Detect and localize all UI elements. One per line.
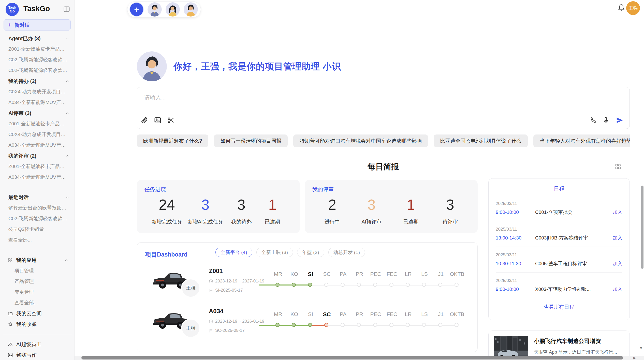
briefing-left-column: 任务进度 24 新增完成任务 3 新增AI完成任务 3 我的待办 <box>137 178 478 360</box>
view-all-apps[interactable]: 查看全部... <box>0 297 74 308</box>
sidebar-item-project-mgmt[interactable]: 项目管理 <box>0 265 74 276</box>
section-agent-done[interactable]: Agent已办 (3) <box>0 33 74 44</box>
new-chat-button[interactable]: + 新对话 <box>4 19 71 31</box>
suggestion-chip[interactable]: 当下年轻人对汽车外观有怎样的喜好趋势 <box>533 134 630 147</box>
milestone-SC: SC <box>319 267 335 297</box>
project-flag: SI-2025-05-17 <box>215 288 243 293</box>
app-title: TaskGo <box>23 5 50 13</box>
image-upload-icon[interactable] <box>154 116 162 124</box>
milestone-LR: LR <box>400 307 416 338</box>
list-item[interactable]: C0X4-动力总成开发项目工程变更评审 <box>0 129 74 140</box>
chevron-up-icon <box>66 111 69 115</box>
join-link[interactable]: 加入 <box>613 260 622 267</box>
sidebar: Task Go TaskGo + 新对话 Agent已办 (3) Z001-全新… <box>0 0 75 360</box>
horizontal-scrollbar-thumb[interactable] <box>81 356 623 359</box>
stat: 1 已逾期 <box>398 197 423 225</box>
schedule-event: C001-立项审批会 <box>535 209 610 216</box>
section-recent-chats[interactable]: 最近对话 <box>0 192 74 203</box>
schedule-event: C005-整车工程目标评审 <box>535 260 610 267</box>
card-title: 任务进度 <box>144 186 292 193</box>
section-ai-review[interactable]: AI评审 (3) <box>0 108 74 118</box>
schedule-date: 2025/03/11 <box>496 252 622 258</box>
suggestion-chip[interactable]: 比亚迪全固态电池计划具体说了什么 <box>434 134 528 147</box>
join-link[interactable]: 加入 <box>613 209 622 216</box>
suggestion-chip[interactable]: 特朗普可能对进口汽车增税会对中国车企造成哪些影响 <box>293 134 428 147</box>
suggestion-chip[interactable]: 如何写一份清晰的项目周报 <box>214 134 288 147</box>
divider <box>3 250 72 250</box>
chevron-up-icon <box>66 79 69 83</box>
attachment-icon[interactable] <box>141 116 148 124</box>
stat-value: 24 <box>152 197 182 212</box>
chevron-up-icon <box>66 196 69 199</box>
section-my-apps[interactable]: 我的应用 <box>0 255 74 265</box>
chevron-up-icon <box>66 154 69 158</box>
schedule-time: 13:00-14:30 <box>496 235 535 241</box>
list-item[interactable]: C0X4-动力总成开发项目SI里程碑提交物检查 <box>0 86 74 97</box>
logo-line2: Go <box>10 9 14 13</box>
list-item[interactable]: C02-飞腾新能源轻客改款项目立项汇报方案 <box>0 65 74 76</box>
tab-new-body[interactable]: 全新上装 (3) <box>256 248 293 257</box>
vertical-scrollbar-thumb[interactable] <box>641 186 643 269</box>
project-row[interactable]: 王强 A034 2023-12-19 ~ 2026-01-19 SC-2025-… <box>137 307 477 347</box>
news-body: 天眼查 App 显示，近日广州汇天飞行汽... <box>534 349 617 355</box>
sidebar-item-change-mgmt[interactable]: 变更管理 <box>0 287 74 297</box>
sidebar-item-favorites[interactable]: 我的收藏 <box>0 319 74 329</box>
sidebar-item-help-write[interactable]: 帮我写作 <box>0 350 74 360</box>
send-icon[interactable] <box>616 116 623 124</box>
my-review-card: 我的评审 2 进行中 3 AI预评审 1 已逾期 <box>305 180 478 233</box>
sidebar-collapse-icon[interactable] <box>63 6 70 13</box>
milestone-PR: PR <box>351 267 368 297</box>
scroll-down-arrow-icon[interactable]: ▼ <box>639 346 643 350</box>
stat-label: 已逾期 <box>398 218 423 225</box>
tab-model-year[interactable]: 年型 (2) <box>297 248 324 257</box>
project-row[interactable]: 王强 Z001 2023-12-19 ~ 2027-01-19 SI-2025-… <box>137 267 477 307</box>
sidebar-item-ai-staff[interactable]: AI超级员工 <box>0 339 74 350</box>
sidebar-item-cloud-space[interactable]: 我的云空间 <box>0 308 74 319</box>
milestone-LS: LS <box>416 267 433 297</box>
list-item[interactable]: Z001-全新燃油轻卡产品开发项目SI造型提交物评审 <box>0 118 74 129</box>
milestone-PA: PA <box>335 267 351 297</box>
view-all-schedule-link[interactable]: 查看所有日程 <box>496 304 622 310</box>
logo-line1: Task <box>8 6 16 9</box>
list-item[interactable]: A034-全新新能源MUV产品开发项目计划变更表编写 <box>0 97 74 108</box>
greeting: 你好，王强，我是你的项目管理助理 小识 <box>137 51 630 81</box>
suggestion-chip[interactable]: 欧洲新规最近颁布了什么? <box>137 134 208 147</box>
tab-new-platform[interactable]: 全新平台 (4) <box>215 248 252 257</box>
list-item[interactable]: C02-飞腾新能源轻客改款项目里程碑画布 <box>0 54 74 65</box>
list-item[interactable]: A034-全新新能源MUV产品开发项目造型可行性评审 <box>0 172 74 183</box>
list-item[interactable]: A034-全新新能源MUV产品开发项目法规符合性评审 <box>0 140 74 151</box>
list-item[interactable]: Z001-全新燃油轻卡产品开发项目SI节点属性5D文件评审 <box>0 161 74 172</box>
milestone-SC: SC <box>319 307 335 338</box>
flag-icon <box>209 288 213 293</box>
list-item[interactable]: C02-飞腾新能源轻客改款项目的闭环通告反馈情况 <box>0 213 74 224</box>
schedule-time: 10:30-11:30 <box>496 261 535 266</box>
list-item[interactable]: Z001-全新燃油皮卡产品开发项目SI节点Lesson Learn报告 <box>0 44 74 54</box>
view-all-chats[interactable]: 查看全部... <box>0 235 74 245</box>
owner-badge: 王强 <box>182 279 199 297</box>
milestone-PR: PR <box>351 307 368 338</box>
new-chat-label: 新对话 <box>14 22 30 28</box>
sidebar-item-product-mgmt[interactable]: 产品管理 <box>0 276 74 287</box>
apps-grid-icon <box>8 258 13 263</box>
list-item[interactable]: 解释最新出台的欧盟报废车法规再生塑料比例被调至15%... <box>0 203 74 213</box>
join-link[interactable]: 加入 <box>613 235 622 241</box>
phone-icon[interactable] <box>590 116 597 124</box>
screenshot-icon[interactable] <box>167 116 175 124</box>
message-input[interactable]: 请输入... <box>144 94 166 101</box>
layout-grid-icon[interactable] <box>614 163 622 170</box>
milestone-PEC: PEC <box>368 267 384 297</box>
tab-powertrain[interactable]: 动总开发 (1) <box>328 248 365 257</box>
plus-icon: + <box>8 21 11 28</box>
list-item[interactable]: 公司Q3轻卡销量 <box>0 224 74 235</box>
schedule-item: 2025/03/11 13:00-14:30 C003|H0B-方案冻结评审 加… <box>496 227 622 241</box>
section-my-review[interactable]: 我的评审 (2) <box>0 151 74 161</box>
milestone-SI: SI <box>302 267 319 297</box>
scroll-right-arrow-icon[interactable]: ▶ <box>633 356 636 360</box>
stat-label: 新增AI完成任务 <box>188 218 223 225</box>
sidebar-list: Agent已办 (3) Z001-全新燃油皮卡产品开发项目SI节点Lesson … <box>0 31 74 360</box>
microphone-icon[interactable] <box>602 116 610 124</box>
section-my-todo[interactable]: 我的待办 (2) <box>0 76 74 86</box>
sidebar-header: Task Go TaskGo <box>0 0 74 19</box>
join-link[interactable]: 加入 <box>613 286 622 293</box>
milestone-track: MRKOSISCPAPRPECFECLRLSJ1OKTB <box>270 267 465 297</box>
